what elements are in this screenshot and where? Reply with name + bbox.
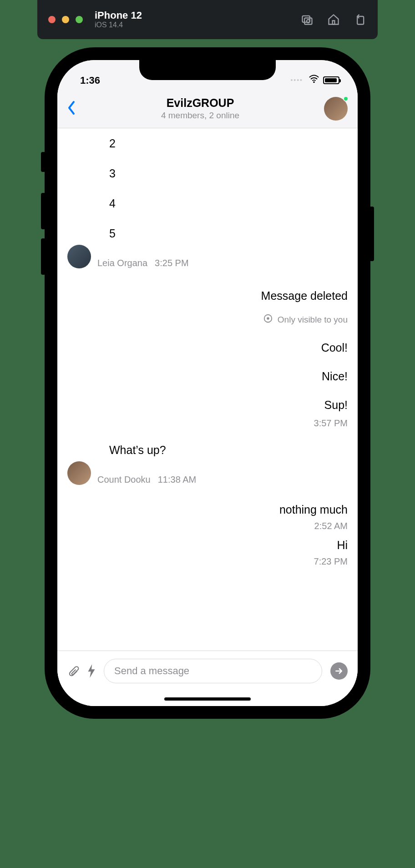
sender-name: Count Dooku <box>97 474 151 485</box>
simulator-titlebar: iPhone 12 iOS 14.4 <box>37 0 378 39</box>
simulator-os: iOS 14.4 <box>95 21 142 29</box>
svg-rect-1 <box>304 18 312 25</box>
message-in[interactable]: 4 <box>109 197 116 210</box>
message-out[interactable]: Sup! <box>324 399 348 412</box>
statusbar-time: 1:36 <box>80 75 100 86</box>
phone-side-button <box>41 193 46 229</box>
message-time: 3:57 PM <box>314 418 348 429</box>
phone-side-button <box>41 152 46 172</box>
notch <box>139 60 276 80</box>
back-button[interactable] <box>67 101 76 117</box>
commands-icon[interactable] <box>87 664 96 678</box>
visibility-note: Only visible to you <box>278 315 348 325</box>
chat-title: EvilzGROUP <box>76 96 324 110</box>
rotate-icon[interactable] <box>353 13 367 26</box>
sender-avatar-dooku[interactable] <box>67 461 91 485</box>
attachment-icon[interactable] <box>67 664 79 678</box>
deleted-message[interactable]: Message deleted <box>261 289 348 303</box>
composer <box>57 651 358 691</box>
chat-header: EvilzGROUP 4 members, 2 online <box>57 89 358 128</box>
message-out[interactable]: Hi <box>337 539 348 552</box>
svg-rect-0 <box>303 16 310 22</box>
message-out[interactable]: nothing much <box>279 503 348 516</box>
message-in[interactable]: 2 <box>109 136 116 150</box>
message-input[interactable] <box>104 659 322 683</box>
phone-frame: 1:36 •••• EvilzGROUP 4 members, 2 online <box>45 47 370 719</box>
phone-side-button <box>369 207 374 261</box>
send-button[interactable] <box>330 662 348 680</box>
message-time: 2:52 AM <box>314 521 348 531</box>
svg-point-2 <box>307 20 310 23</box>
svg-point-5 <box>313 81 315 83</box>
message-time: 3:25 PM <box>155 258 188 268</box>
sender-avatar-leia[interactable] <box>67 245 91 268</box>
svg-point-7 <box>267 317 269 320</box>
chat-subtitle: 4 members, 2 online <box>76 111 324 121</box>
home-indicator[interactable] <box>164 697 251 701</box>
wifi-icon <box>309 74 319 86</box>
presence-indicator <box>343 96 349 101</box>
message-out[interactable]: Nice! <box>322 370 348 383</box>
screenshot-icon[interactable] <box>300 13 314 26</box>
cellular-dots-icon: •••• <box>290 76 303 84</box>
simulator-device: iPhone 12 <box>95 10 142 21</box>
chat-avatar[interactable] <box>324 97 348 121</box>
message-in[interactable]: 5 <box>109 227 116 240</box>
home-icon[interactable] <box>327 13 340 26</box>
message-in[interactable]: 3 <box>109 167 116 180</box>
chat-scroll[interactable]: 2 3 4 5 Leia Organa 3:25 PM Message dele <box>57 128 358 651</box>
battery-icon <box>323 76 339 84</box>
message-time: 7:23 PM <box>314 556 348 567</box>
message-time: 11:38 AM <box>158 474 197 485</box>
svg-rect-3 <box>333 20 335 24</box>
sender-name: Leia Organa <box>97 258 147 268</box>
fullscreen-window-dot[interactable] <box>76 16 83 23</box>
message-out[interactable]: Cool! <box>321 341 348 354</box>
message-in[interactable]: What’s up? <box>97 443 166 457</box>
svg-marker-8 <box>88 664 95 678</box>
eye-icon <box>263 313 273 326</box>
close-window-dot[interactable] <box>48 16 56 23</box>
minimize-window-dot[interactable] <box>62 16 69 23</box>
window-controls <box>48 16 83 23</box>
phone-side-button <box>41 238 46 275</box>
